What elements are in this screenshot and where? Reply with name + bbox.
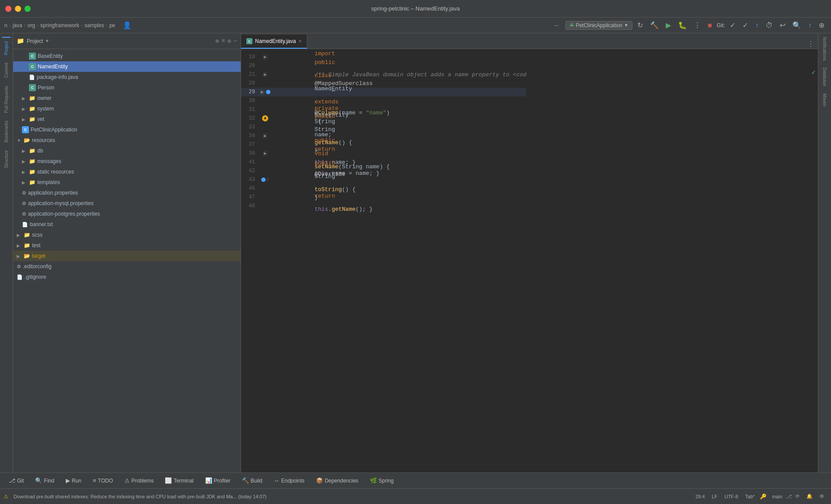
- bottom-tab-endpoints[interactable]: ↔ Endpoints: [269, 476, 310, 486]
- breadcrumb-item[interactable]: springframework: [40, 22, 79, 28]
- git-check1[interactable]: ✓: [728, 20, 738, 30]
- search-icon[interactable]: 🔍: [790, 20, 803, 30]
- tree-item-app-mysql[interactable]: ⚙ application-mysql.properties: [13, 198, 241, 209]
- tree-item-scss[interactable]: ▶ 📁 scss: [13, 230, 241, 240]
- fold-icon[interactable]: ▶: [263, 151, 267, 156]
- editor-more-icon[interactable]: ⋮: [807, 40, 814, 49]
- tree-item-label: owner: [37, 95, 52, 101]
- debug-icon[interactable]: 🐛: [676, 20, 689, 30]
- sidebar-pullreqs-label[interactable]: Pull Requests: [2, 82, 11, 117]
- git-push-icon[interactable]: ↑: [753, 21, 761, 30]
- tree-item-petclinic-app[interactable]: C PetClinicApplication: [13, 124, 241, 135]
- git-undo-icon[interactable]: ↩: [778, 20, 788, 30]
- fold-icon[interactable]: ▶: [315, 148, 319, 153]
- breadcrumb-item[interactable]: samples: [85, 22, 104, 28]
- breadcrumb-item[interactable]: java: [13, 22, 22, 28]
- tree-item-gitignore[interactable]: 📄 .gitignore: [13, 272, 241, 282]
- status-position[interactable]: 29:4: [692, 494, 708, 499]
- sidebar-maven-label[interactable]: Maven: [820, 90, 829, 110]
- tree-item-banner[interactable]: 📄 banner.txt: [13, 219, 241, 230]
- tree-item-person[interactable]: C Person: [13, 82, 241, 93]
- tree-item-messages[interactable]: ▶ 📁 messages: [13, 156, 241, 167]
- code-editor[interactable]: 18 ▶ import ... 20 2: [241, 49, 818, 472]
- expand-icon: ▶: [22, 149, 27, 153]
- fold-icon[interactable]: ▶: [260, 89, 264, 95]
- breadcrumb-item[interactable]: pe: [109, 22, 115, 28]
- fold-icon[interactable]: ▶: [263, 54, 267, 60]
- status-sync[interactable]: ⟳: [792, 493, 803, 499]
- git-tab-icon: ⎇: [9, 477, 15, 484]
- git-check2[interactable]: ✓: [740, 20, 750, 30]
- reload-icon[interactable]: ↻: [635, 20, 645, 30]
- tree-item-templates[interactable]: ▶ 📁 templates: [13, 177, 241, 188]
- tree-item-package-info[interactable]: 📄 package-info.java: [13, 72, 241, 82]
- java-file-icon: C: [29, 84, 36, 91]
- bottom-tab-todo[interactable]: ≡ TODO: [88, 476, 118, 486]
- status-branch[interactable]: main: [768, 494, 786, 499]
- sidebar-database-label[interactable]: Database: [820, 64, 829, 90]
- close-button[interactable]: [5, 6, 11, 12]
- fold-icon[interactable]: ▶: [263, 133, 267, 138]
- tab-close-icon[interactable]: ×: [298, 38, 302, 44]
- status-settings[interactable]: ⚙: [816, 493, 827, 499]
- project-dropdown-icon[interactable]: ▼: [46, 39, 49, 44]
- run-config-selector[interactable]: ☘ PetClinicApplication ▼: [565, 21, 632, 30]
- bottom-tab-run[interactable]: ▶ Run: [60, 476, 87, 486]
- tree-item-app-props[interactable]: ⚙ application.properties: [13, 188, 241, 198]
- tree-item-vet[interactable]: ▶ 📁 vet: [13, 114, 241, 124]
- tree-item-editorconfig[interactable]: ⚙ .editorconfig: [13, 261, 241, 272]
- tree-item-label: banner.txt: [30, 221, 53, 227]
- status-encoding[interactable]: LF: [708, 494, 721, 499]
- sidebar-notifications-label[interactable]: Notifications: [820, 33, 829, 64]
- bottom-tab-find[interactable]: 🔍 Find: [30, 476, 59, 486]
- tree-item-target[interactable]: ▶ 📂 target: [13, 251, 241, 261]
- settings-icon[interactable]: ⊕: [817, 20, 827, 30]
- tree-item-test[interactable]: ▶ 📁 test: [13, 240, 241, 251]
- tree-item-db[interactable]: ▶ 📁 db: [13, 146, 241, 156]
- status-message[interactable]: Download pre-built shared indexes: Reduc…: [10, 494, 270, 499]
- tree-item-label: target: [32, 253, 46, 259]
- back-icon[interactable]: ←: [551, 21, 563, 30]
- run-icon[interactable]: ▶: [664, 20, 673, 30]
- fold-icon[interactable]: ▶: [263, 72, 267, 77]
- bottom-tab-spring[interactable]: 🌿 Spring: [365, 476, 399, 486]
- bottom-tab-build[interactable]: 🔨 Build: [237, 476, 268, 486]
- tree-item-system[interactable]: ▶ 📁 system: [13, 103, 241, 114]
- stop-icon[interactable]: ■: [706, 21, 714, 30]
- expand-icon: ▶: [22, 117, 27, 122]
- project-collapse-icon[interactable]: ≡: [222, 38, 225, 45]
- status-indent[interactable]: Tab*: [742, 494, 758, 499]
- tree-item-named-entity[interactable]: C NamedEntity: [13, 61, 241, 72]
- upload-icon[interactable]: ↑: [806, 21, 814, 30]
- minimize-button[interactable]: [15, 6, 21, 12]
- status-notifications[interactable]: 🔔: [803, 493, 816, 499]
- bottom-tab-dependencies[interactable]: 📦 Dependencies: [311, 476, 364, 486]
- sidebar-commit-label[interactable]: Commit: [2, 59, 11, 81]
- breadcrumb-item[interactable]: org: [28, 22, 35, 28]
- profile-icon[interactable]: 👤: [121, 20, 134, 30]
- sidebar-structure-label[interactable]: Structure: [2, 147, 11, 172]
- build-icon[interactable]: 🔨: [648, 20, 661, 30]
- bottom-tab-profiler[interactable]: 📊 Profiler: [200, 476, 236, 486]
- project-minimize-icon[interactable]: —: [234, 38, 237, 45]
- sidebar-bookmarks-label[interactable]: Bookmarks: [2, 117, 11, 146]
- bottom-tab-git[interactable]: ⎇ Git: [4, 476, 29, 486]
- project-locate-icon[interactable]: ⊕: [216, 38, 219, 45]
- tree-item-base-entity[interactable]: C BaseEntity: [13, 51, 241, 61]
- expand-icon: ▶: [22, 180, 27, 185]
- more-icon[interactable]: ⋮: [692, 20, 703, 30]
- bottom-tab-problems[interactable]: ⚠ Problems: [119, 476, 159, 486]
- bottom-tab-terminal[interactable]: ⬜ Terminal: [160, 476, 199, 486]
- bottom-tab-label: Run: [72, 478, 82, 484]
- breadcrumb-item[interactable]: n: [4, 22, 7, 28]
- sidebar-project-label[interactable]: Project: [2, 37, 11, 58]
- git-history-icon[interactable]: ⏱: [764, 21, 775, 30]
- maximize-button[interactable]: [25, 6, 31, 12]
- tree-item-resources[interactable]: ▼ 📂 resources: [13, 135, 241, 146]
- tree-item-owner[interactable]: ▶ 📁 owner: [13, 93, 241, 103]
- status-charset[interactable]: UTF-8: [721, 494, 742, 499]
- tree-item-app-postgres[interactable]: ⚙ application-postgres.properties: [13, 209, 241, 219]
- project-settings-icon[interactable]: ⚙: [227, 38, 231, 45]
- tab-named-entity[interactable]: C NamedEntity.java ×: [241, 35, 307, 49]
- tree-item-static-resources[interactable]: ▶ 📁 static resources: [13, 167, 241, 177]
